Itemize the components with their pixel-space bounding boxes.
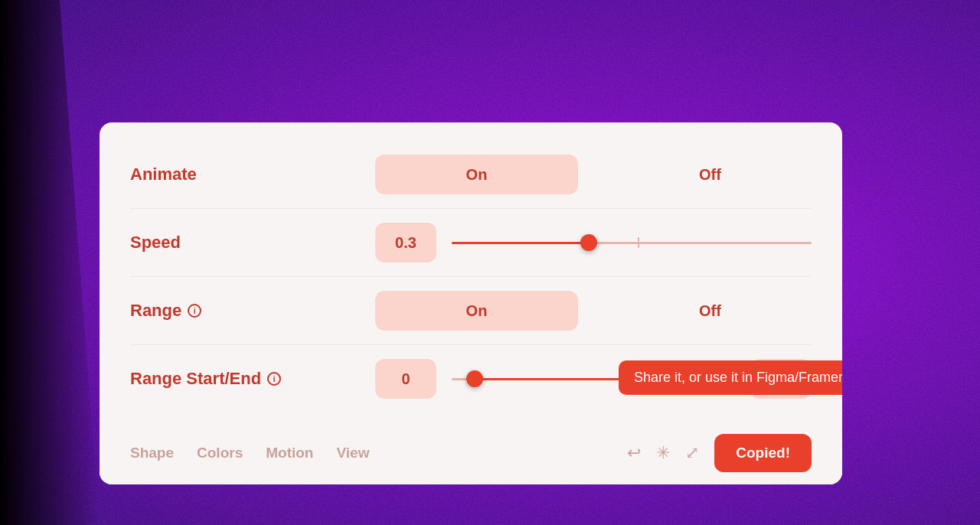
- tooltip-text: Share it, or use it in Figma/Framer: [634, 370, 842, 385]
- speed-label-text: Speed: [130, 233, 181, 253]
- panel-footer: Shape Colors Motion View ↩ ✳ ⤢ Copied!: [100, 422, 842, 484]
- animate-off-button[interactable]: Off: [609, 155, 812, 194]
- speed-slider-track[interactable]: [452, 242, 812, 244]
- range-start-input[interactable]: [375, 359, 436, 399]
- tab-shape[interactable]: Shape: [130, 445, 174, 461]
- tooltip: Share it, or use it in Figma/Framer: [619, 360, 842, 395]
- asterisk-icon[interactable]: ✳: [656, 443, 670, 463]
- expand-icon[interactable]: ⤢: [685, 443, 699, 463]
- speed-controls: [375, 223, 812, 262]
- animate-label-text: Animate: [130, 165, 197, 184]
- range-on-button[interactable]: On: [375, 291, 578, 331]
- footer-icon-group: ↩ ✳ ⤢ Copied!: [627, 434, 812, 472]
- range-end-thumb[interactable]: Share it, or use it in Figma/Framer: [650, 370, 667, 387]
- range-slider-container: Share it, or use it in Figma/Framer: [452, 359, 735, 399]
- range-info-icon[interactable]: i: [188, 304, 201, 318]
- range-toggle-group: On Off: [375, 291, 812, 331]
- undo-icon[interactable]: ↩: [627, 443, 641, 463]
- speed-input[interactable]: [375, 223, 436, 262]
- speed-slider-fill: [452, 242, 589, 244]
- range-startend-row: Range Start/End i Share it, or use it in…: [130, 345, 812, 422]
- speed-slider-thumb[interactable]: [580, 234, 597, 251]
- range-startend-controls: Share it, or use it in Figma/Framer: [375, 359, 812, 399]
- range-label: Range i: [130, 301, 375, 321]
- panel-content: Animate On Off Speed: [100, 122, 842, 422]
- speed-slider-tick: [638, 237, 639, 248]
- speed-label: Speed: [130, 233, 375, 253]
- range-row: Range i On Off: [130, 277, 812, 345]
- tab-motion[interactable]: Motion: [266, 445, 313, 461]
- animate-row: Animate On Off: [130, 141, 812, 209]
- range-start-thumb[interactable]: [466, 370, 483, 387]
- speed-row: Speed: [130, 209, 812, 277]
- range-controls: On Off: [375, 291, 812, 331]
- range-track[interactable]: Share it, or use it in Figma/Framer: [452, 378, 735, 380]
- range-startend-label: Range Start/End i: [130, 369, 375, 389]
- range-off-button[interactable]: Off: [609, 291, 812, 331]
- animate-on-button[interactable]: On: [375, 155, 578, 194]
- settings-panel: Animate On Off Speed: [100, 122, 842, 484]
- range-startend-info-icon[interactable]: i: [267, 372, 281, 386]
- range-startend-label-text: Range Start/End: [130, 369, 261, 389]
- speed-slider-container: [452, 223, 812, 262]
- animate-label: Animate: [130, 165, 375, 184]
- tab-view[interactable]: View: [336, 445, 369, 461]
- tab-colors[interactable]: Colors: [197, 445, 243, 461]
- animate-toggle-group: On Off: [375, 155, 812, 194]
- copied-button[interactable]: Copied!: [714, 434, 812, 472]
- animate-controls: On Off: [375, 155, 812, 194]
- range-label-text: Range: [130, 301, 181, 321]
